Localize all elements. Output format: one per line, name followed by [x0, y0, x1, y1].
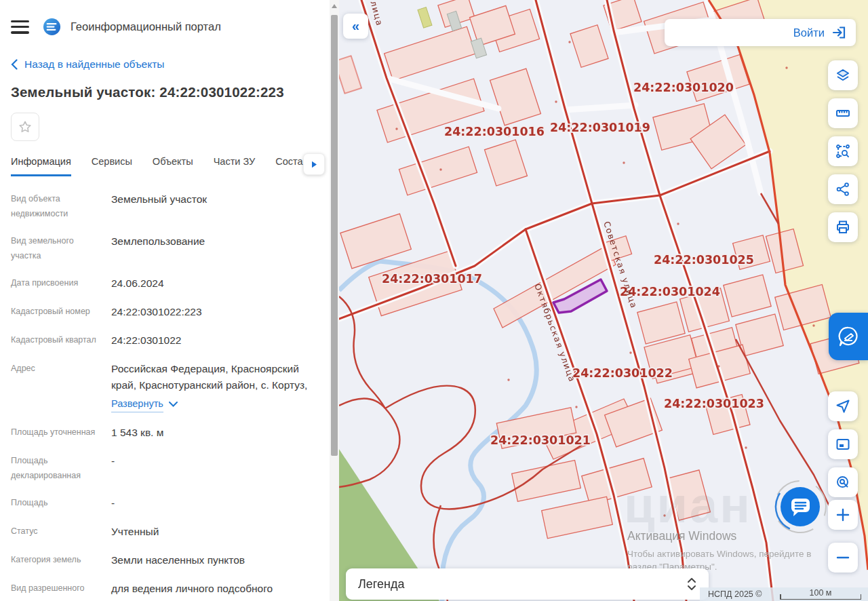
menu-icon[interactable]: [11, 20, 29, 34]
scale-label: 100 м: [810, 588, 832, 598]
login-button[interactable]: Войти: [793, 26, 825, 39]
my-location-button[interactable]: [828, 391, 858, 421]
print-icon: [835, 219, 851, 235]
page-title: Земельный участок: 24:22:0301022:223: [11, 84, 284, 100]
tabs-scroll-right-button[interactable]: [303, 153, 325, 175]
zoom-in-button[interactable]: [828, 500, 858, 530]
tab-composition[interactable]: Соста: [275, 156, 302, 176]
cian-watermark: циан: [624, 476, 752, 534]
portal-logo-icon: [43, 18, 61, 36]
geo-portal-app: { "header": { "app_title": "Геоинформаци…: [0, 0, 868, 601]
back-link-label: Назад в найденные объекты: [24, 58, 164, 71]
tab-services[interactable]: Сервисы: [92, 156, 132, 176]
attribution-text: НСПД 2025 ©: [708, 589, 762, 599]
tab-bar: Информация Сервисы Объекты Части ЗУ Сост…: [11, 156, 330, 176]
svg-text:24:22:0301025: 24:22:0301025: [654, 253, 754, 267]
app-title: Геоинформационный портал: [71, 20, 221, 33]
feedback-chat-button[interactable]: [829, 313, 868, 360]
login-bar[interactable]: Войти: [665, 19, 856, 46]
triangle-right-icon: [311, 161, 317, 168]
zoom-out-button[interactable]: [828, 543, 858, 573]
info-row: Вид земельного участкаЗемлепользование: [11, 233, 319, 263]
legend-label: Легенда: [358, 577, 687, 592]
scrollbar-up-arrow[interactable]: [332, 4, 337, 8]
tab-parcel-parts[interactable]: Части ЗУ: [214, 156, 256, 176]
chevron-left-icon: [11, 59, 18, 70]
info-row: СтатусУчтенный: [11, 524, 319, 540]
svg-text:24:22:0301021: 24:22:0301021: [490, 433, 591, 447]
svg-text:24:22:0301016: 24:22:0301016: [444, 125, 545, 138]
legend-bar[interactable]: Легенда: [346, 568, 709, 600]
svg-text:24:22:0301022: 24:22:0301022: [572, 366, 673, 380]
svg-text:24:22:0301023: 24:22:0301023: [664, 397, 764, 410]
object-info-panel: Геоинформационный портал Назад в найденн…: [0, 0, 330, 601]
tab-information[interactable]: Информация: [11, 156, 71, 176]
plus-icon: [835, 507, 850, 522]
windows-activation-watermark: Активация Windows Чтобы активировать Win…: [627, 529, 811, 573]
ruler-icon: [835, 105, 851, 121]
svg-text:24:22:0301020: 24:22:0301020: [633, 81, 734, 94]
panel-scrollbar[interactable]: [330, 0, 339, 601]
share-icon: [835, 181, 851, 197]
svg-text:24:22:0301017: 24:22:0301017: [382, 272, 482, 286]
minus-icon: [835, 550, 850, 565]
info-row: Вид объекта недвижимостиЗемельный участо…: [11, 191, 319, 221]
info-row: Площадь декларированная-: [11, 453, 319, 483]
layers-button[interactable]: [828, 60, 858, 90]
share-button[interactable]: [828, 174, 858, 204]
ruler-button[interactable]: [828, 98, 858, 128]
panel-header: Геоинформационный портал: [11, 18, 221, 36]
info-row: Дата присвоения24.06.2024: [11, 275, 319, 292]
map-viewport[interactable]: 24:22:0301020 24:22:0301016 24:22:030101…: [339, 0, 868, 601]
navigate-arrow-icon: [835, 398, 851, 414]
collapse-panel-button[interactable]: «: [343, 14, 368, 39]
info-row: Кадастровый квартал24:22:0301022: [11, 332, 319, 349]
info-row: Кадастровый номер24:22:0301022:223: [11, 304, 319, 320]
overview-map-button[interactable]: [828, 429, 858, 459]
login-icon: [831, 26, 846, 39]
scrollbar-thumb[interactable]: [331, 15, 338, 456]
info-row: Категория земельЗемли населенных пунктов: [11, 552, 319, 568]
address-value: Российская Федерация, Красноярский край,…: [111, 363, 307, 391]
favorite-button[interactable]: [11, 113, 39, 141]
scale-bar: 100 м: [778, 587, 863, 601]
area-search-icon: [835, 474, 851, 490]
mini-map-icon: [835, 436, 851, 452]
object-search-button[interactable]: [828, 136, 858, 166]
chevron-down-icon: [169, 402, 178, 407]
info-row-address: Адрес Российская Федерация, Красноярский…: [11, 361, 319, 412]
star-icon: [18, 119, 33, 134]
info-row: Вид разрешенногодля ведения личного подс…: [11, 581, 319, 597]
cian-consultant-button[interactable]: [773, 480, 827, 534]
info-list: Вид объекта недвижимостиЗемельный участо…: [11, 191, 319, 601]
info-row: Площадь-: [11, 495, 319, 511]
svg-text:24:22:0301019: 24:22:0301019: [550, 121, 650, 134]
expand-collapse-icon[interactable]: [687, 577, 696, 591]
print-button[interactable]: [828, 212, 858, 242]
object-search-icon: [835, 143, 851, 159]
layers-icon: [835, 67, 851, 83]
back-link[interactable]: Назад в найденные объекты: [11, 58, 164, 71]
address-expand-link[interactable]: Развернуть: [111, 395, 178, 412]
info-row: Площадь уточненная1 543 кв. м: [11, 425, 319, 441]
tab-objects[interactable]: Объекты: [153, 156, 193, 176]
chat-document-icon: [836, 324, 861, 349]
search-area-button[interactable]: [828, 467, 858, 497]
